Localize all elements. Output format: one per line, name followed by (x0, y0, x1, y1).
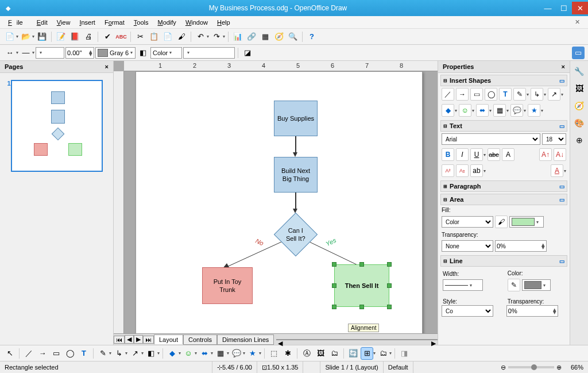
line-style-combo[interactable]: ▾ (36, 47, 64, 59)
menu-file[interactable]: File (3, 18, 32, 27)
section-insert-shapes[interactable]: ⊟Insert Shapes▭ (440, 75, 567, 86)
curve-tool-icon[interactable]: ✎ (513, 88, 526, 101)
tab-prev[interactable]: ◀ (125, 335, 134, 344)
arrange-tool[interactable]: 🗂 (377, 347, 389, 360)
hyperlink-button[interactable]: 🔗 (245, 30, 258, 43)
tab-controls[interactable]: Controls (183, 334, 217, 345)
highlight-button[interactable]: ab (470, 164, 483, 177)
star-tool[interactable]: ★ (246, 347, 259, 360)
line-transparency-spinner[interactable]: 0%▴▾ (506, 305, 558, 317)
document-close-icon[interactable]: ✕ (570, 17, 585, 27)
underline-button[interactable]: U (470, 148, 483, 161)
select-tool[interactable]: ↖ (3, 347, 16, 360)
shape-toy-trunk[interactable]: Put In Toy Trunk (202, 267, 253, 304)
tab-dimension[interactable]: Dimension Lines (217, 334, 274, 345)
slide-thumbnail[interactable]: 1 (11, 80, 103, 172)
tab-layout[interactable]: Layout (154, 334, 183, 344)
font-name-combo[interactable]: Arial (442, 133, 540, 145)
close-button[interactable]: ✕ (572, 2, 588, 14)
menu-insert[interactable]: Insert (75, 18, 100, 27)
fill-color-select[interactable]: ▾ (509, 216, 544, 228)
transparency-value-spinner[interactable]: 0%▴▾ (495, 240, 547, 252)
h-scrollbar[interactable]: ◀▶ (276, 339, 438, 340)
tab-last[interactable]: ⏭ (143, 336, 154, 344)
flowchart-tool[interactable]: ▦ (214, 347, 227, 360)
line-color-select[interactable]: ▾ (522, 279, 551, 291)
gallery-tab-icon[interactable]: 🖼 (572, 82, 586, 95)
strikethrough-button[interactable]: abc (488, 148, 500, 161)
menu-view[interactable]: View (52, 18, 75, 27)
section-line[interactable]: ⊟Line▭ (440, 255, 567, 267)
arrow-style-button[interactable]: ↔ (3, 47, 16, 59)
tab-first[interactable]: ⏮ (114, 336, 125, 344)
italic-button[interactable]: I (456, 148, 469, 161)
glue-points-tool[interactable]: ✱ (281, 347, 294, 360)
block-arrows-tool[interactable]: ⬌ (198, 347, 211, 360)
shadow-text-button[interactable]: A (502, 148, 514, 161)
menu-format[interactable]: Format (100, 18, 129, 27)
section-paragraph[interactable]: ⊞Paragraph▭ (440, 180, 567, 192)
line-tool[interactable]: ／ (22, 347, 35, 360)
autospell-button[interactable]: ABC (115, 30, 127, 43)
pages-close-icon[interactable]: × (105, 63, 109, 70)
shape-decision[interactable]: Can I Sell It? (274, 213, 318, 256)
maximize-button[interactable]: ☐ (556, 2, 572, 14)
basic-shapes-tool[interactable]: ◆ (166, 347, 179, 360)
extrusion-tool[interactable]: ◨ (398, 347, 411, 360)
section-area[interactable]: ⊟Area▭ (440, 194, 567, 205)
new-button[interactable]: 📄 (3, 30, 16, 43)
block-arrows-icon[interactable]: ⬌ (476, 104, 489, 117)
arrow-tool-icon[interactable]: → (456, 88, 469, 101)
tab-next[interactable]: ▶ (134, 335, 143, 344)
paste-button[interactable]: 📄 (161, 30, 174, 43)
rect-tool[interactable]: ▭ (50, 347, 63, 360)
symbol-shapes-icon[interactable]: ☺ (459, 104, 471, 117)
shadow-button[interactable]: ◪ (241, 47, 254, 59)
menu-tools[interactable]: Tools (129, 18, 153, 27)
callout-tool[interactable]: 💬 (230, 347, 243, 360)
cut-button[interactable]: ✂ (134, 30, 146, 43)
minimize-button[interactable]: — (540, 2, 556, 14)
ellipse-tool-icon[interactable]: ◯ (485, 88, 497, 101)
styles-tab-icon[interactable]: 🎨 (572, 116, 586, 130)
decrease-font-button[interactable]: A↓ (554, 148, 566, 161)
star-shapes-icon[interactable]: ★ (528, 104, 540, 117)
redo-button[interactable]: ↷ (210, 30, 223, 43)
rotate-tool[interactable]: 🔄 (347, 347, 359, 360)
shape-then-sell-it[interactable]: Then Sell It (334, 264, 389, 307)
menu-window[interactable]: Window (181, 18, 212, 27)
superscript-button[interactable]: A² (442, 164, 454, 177)
new-dropdown[interactable]: ▾ (16, 34, 18, 39)
gallery-tool[interactable]: 🗂 (328, 347, 341, 360)
font-color-button[interactable]: A (551, 164, 563, 177)
area-button[interactable]: ◧ (137, 47, 149, 59)
menu-modify[interactable]: Modify (153, 18, 180, 27)
menu-edit[interactable]: Edit (32, 18, 52, 27)
navigator-tab-icon[interactable]: 🧭 (572, 99, 586, 113)
zoom-slider[interactable]: ⊖⊕ (496, 364, 566, 371)
rectangle-tool-icon[interactable]: ▭ (470, 88, 483, 101)
edit-file-button[interactable]: 📝 (55, 30, 67, 43)
shape-buy-supplies[interactable]: Buy Supplies (274, 101, 318, 136)
properties-tab-icon[interactable]: 🔧 (572, 64, 586, 78)
callout-shapes-icon[interactable]: 💬 (510, 104, 523, 117)
line-color-combo[interactable]: Gray 6▾ (95, 47, 136, 59)
flowchart-shapes-icon[interactable]: ▦ (493, 104, 506, 117)
shape-build[interactable]: Build Next Big Thing (274, 157, 318, 193)
menu-help[interactable]: Help (212, 18, 235, 27)
fill-mode-select[interactable]: Color (442, 216, 493, 228)
slide-button[interactable]: ▭ (572, 47, 585, 59)
arrow-end-tool[interactable]: → (36, 347, 49, 360)
help-button[interactable]: ? (305, 30, 318, 43)
transparency-mode-select[interactable]: None (442, 240, 493, 252)
lines-arrows-icon[interactable]: ↗ (548, 88, 560, 101)
section-text[interactable]: ⊟Text▭ (440, 120, 567, 132)
subscript-button[interactable]: A₂ (456, 164, 469, 177)
curve-tool[interactable]: ✎ (96, 347, 109, 360)
print-button[interactable]: 🖨 (82, 30, 95, 43)
font-size-combo[interactable]: 18 (542, 133, 566, 145)
basic-shapes-icon[interactable]: ◆ (442, 104, 454, 117)
properties-close-icon[interactable]: × (562, 63, 565, 70)
functions-tab-icon[interactable]: ⊕ (572, 133, 586, 147)
chart-button[interactable]: 📊 (231, 30, 244, 43)
